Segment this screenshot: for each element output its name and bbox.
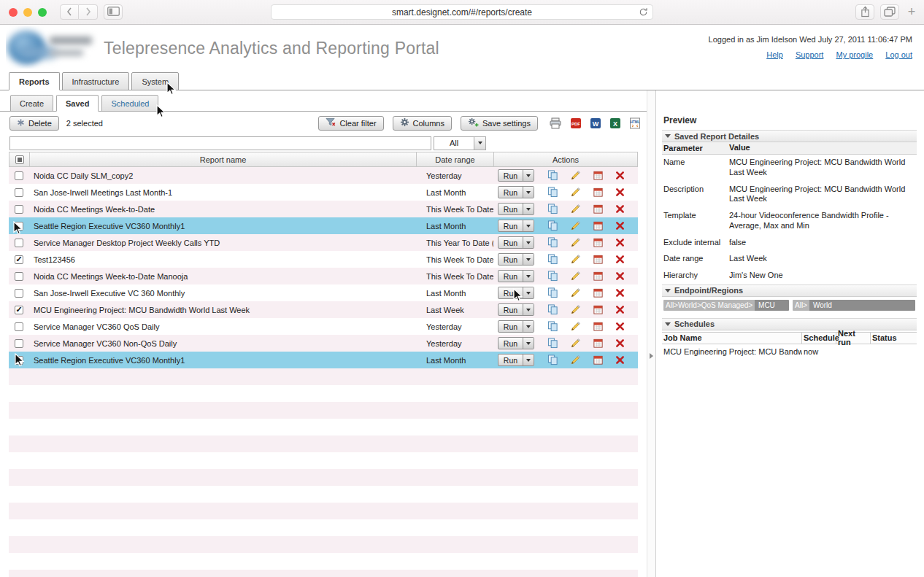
run-button[interactable]: Run bbox=[498, 320, 534, 333]
save-settings-button[interactable]: Save settings bbox=[461, 116, 538, 131]
delete-icon[interactable] bbox=[615, 171, 625, 180]
edit-icon[interactable] bbox=[570, 287, 581, 298]
run-button[interactable]: Run bbox=[498, 186, 534, 198]
copy-icon[interactable] bbox=[547, 304, 558, 315]
delete-icon[interactable] bbox=[615, 238, 625, 247]
run-dropdown-arrow[interactable] bbox=[523, 355, 534, 365]
schedule-icon[interactable] bbox=[593, 187, 604, 198]
run-button[interactable]: Run bbox=[498, 253, 534, 266]
run-dropdown-arrow[interactable] bbox=[523, 321, 534, 332]
run-dropdown-arrow[interactable] bbox=[523, 204, 534, 214]
delete-icon[interactable] bbox=[615, 322, 625, 331]
table-row[interactable]: Service Manager VC360 QoS DailyYesterday… bbox=[9, 318, 638, 335]
delete-icon[interactable] bbox=[615, 221, 625, 231]
print-icon[interactable] bbox=[549, 117, 562, 129]
run-button[interactable]: Run bbox=[498, 203, 534, 215]
run-dropdown-arrow[interactable] bbox=[523, 187, 534, 198]
collapse-arrow-icon[interactable] bbox=[650, 353, 653, 359]
edit-icon[interactable] bbox=[570, 237, 581, 248]
reload-icon[interactable] bbox=[639, 7, 648, 19]
delete-icon[interactable] bbox=[615, 255, 625, 264]
row-checkbox[interactable] bbox=[15, 322, 23, 331]
row-checkbox[interactable]: ✓ bbox=[15, 255, 23, 264]
delete-icon[interactable] bbox=[615, 271, 625, 281]
edit-icon[interactable] bbox=[570, 321, 581, 332]
edit-icon[interactable] bbox=[570, 204, 581, 214]
column-header-date-range[interactable]: Date range bbox=[417, 152, 494, 166]
row-checkbox[interactable] bbox=[15, 239, 23, 247]
word-export-icon[interactable]: W bbox=[590, 117, 601, 129]
my-profile-link[interactable]: My progile bbox=[836, 50, 873, 59]
row-checkbox[interactable] bbox=[15, 222, 23, 231]
section-endpoint-regions[interactable]: Endpoint/Regions bbox=[662, 284, 917, 297]
copy-icon[interactable] bbox=[547, 321, 558, 332]
run-button[interactable]: Run bbox=[498, 287, 534, 299]
copy-icon[interactable] bbox=[547, 271, 558, 282]
delete-icon[interactable] bbox=[615, 288, 625, 298]
schedule-icon[interactable] bbox=[593, 338, 604, 349]
delete-icon[interactable] bbox=[615, 338, 625, 348]
back-button[interactable] bbox=[60, 4, 79, 20]
delete-icon[interactable] bbox=[615, 204, 625, 214]
edit-icon[interactable] bbox=[570, 355, 581, 365]
schedule-icon[interactable] bbox=[593, 237, 604, 248]
table-row[interactable]: San Jose-Irwell Meetings Last Month-1Las… bbox=[9, 184, 638, 201]
table-row[interactable]: ✓MCU Engineering Project: MCU Bandwidth … bbox=[9, 301, 638, 318]
run-dropdown-arrow[interactable] bbox=[523, 237, 534, 248]
table-row[interactable]: Noida CC Meetings Week-to-DateThis Week … bbox=[9, 201, 638, 217]
tab-infrastructure[interactable]: Infrastructure bbox=[62, 72, 130, 90]
tab-create[interactable]: Create bbox=[10, 95, 53, 112]
run-button[interactable]: Run bbox=[498, 337, 534, 349]
table-row[interactable]: Service Manager VC360 Non-QoS DailyYeste… bbox=[9, 335, 638, 352]
row-checkbox[interactable] bbox=[15, 356, 23, 365]
copy-icon[interactable] bbox=[547, 338, 558, 349]
pane-splitter[interactable] bbox=[647, 90, 655, 577]
run-dropdown-arrow[interactable] bbox=[523, 254, 534, 265]
minimize-window-button[interactable] bbox=[23, 8, 32, 17]
row-checkbox[interactable]: ✓ bbox=[15, 306, 23, 314]
edit-icon[interactable] bbox=[570, 271, 581, 282]
copy-icon[interactable] bbox=[547, 220, 558, 231]
run-dropdown-arrow[interactable] bbox=[523, 304, 534, 315]
delete-icon[interactable] bbox=[615, 187, 625, 197]
schedule-icon[interactable] bbox=[593, 304, 604, 315]
new-tab-button[interactable]: + bbox=[905, 4, 918, 20]
html-export-icon[interactable]: HTML bbox=[629, 117, 641, 129]
run-button[interactable]: Run bbox=[498, 236, 534, 249]
run-dropdown-arrow[interactable] bbox=[523, 287, 534, 298]
row-checkbox[interactable] bbox=[15, 205, 23, 214]
section-schedules[interactable]: Schedules bbox=[662, 318, 917, 330]
schedule-icon[interactable] bbox=[593, 287, 604, 298]
schedule-icon[interactable] bbox=[593, 355, 604, 365]
select-all-checkbox[interactable] bbox=[15, 155, 24, 164]
share-button[interactable] bbox=[855, 4, 874, 20]
table-row[interactable]: Seattle Region Executive VC360 Monthly1L… bbox=[9, 217, 638, 234]
table-row[interactable]: Service Manager Desktop Project Weekly C… bbox=[9, 234, 638, 251]
run-dropdown-arrow[interactable] bbox=[523, 338, 534, 349]
edit-icon[interactable] bbox=[570, 170, 581, 181]
table-row[interactable]: ✓Test123456This Week To DateRun bbox=[9, 251, 638, 268]
run-button[interactable]: Run bbox=[498, 220, 534, 232]
edit-icon[interactable] bbox=[570, 304, 581, 315]
copy-icon[interactable] bbox=[547, 187, 558, 198]
run-button[interactable]: Run bbox=[498, 169, 534, 182]
schedule-icon[interactable] bbox=[593, 321, 604, 332]
copy-icon[interactable] bbox=[547, 355, 558, 365]
edit-icon[interactable] bbox=[570, 187, 581, 198]
table-row[interactable]: San Jose-Irwell Executive VC 360 Monthly… bbox=[9, 284, 638, 301]
copy-icon[interactable] bbox=[547, 204, 558, 214]
date-filter-dropdown[interactable]: All bbox=[434, 136, 486, 150]
tab-saved[interactable]: Saved bbox=[56, 95, 99, 112]
edit-icon[interactable] bbox=[570, 338, 581, 349]
row-checkbox[interactable] bbox=[15, 339, 23, 348]
tab-system[interactable]: System bbox=[131, 72, 179, 90]
close-window-button[interactable] bbox=[9, 8, 18, 17]
delete-icon[interactable] bbox=[615, 355, 625, 365]
run-dropdown-arrow[interactable] bbox=[523, 220, 534, 231]
column-header-report-name[interactable]: Report name bbox=[30, 152, 417, 166]
run-dropdown-arrow[interactable] bbox=[523, 170, 534, 181]
schedule-icon[interactable] bbox=[593, 271, 604, 282]
forward-button[interactable] bbox=[79, 4, 98, 20]
support-link[interactable]: Support bbox=[796, 50, 824, 59]
schedule-icon[interactable] bbox=[593, 170, 604, 181]
